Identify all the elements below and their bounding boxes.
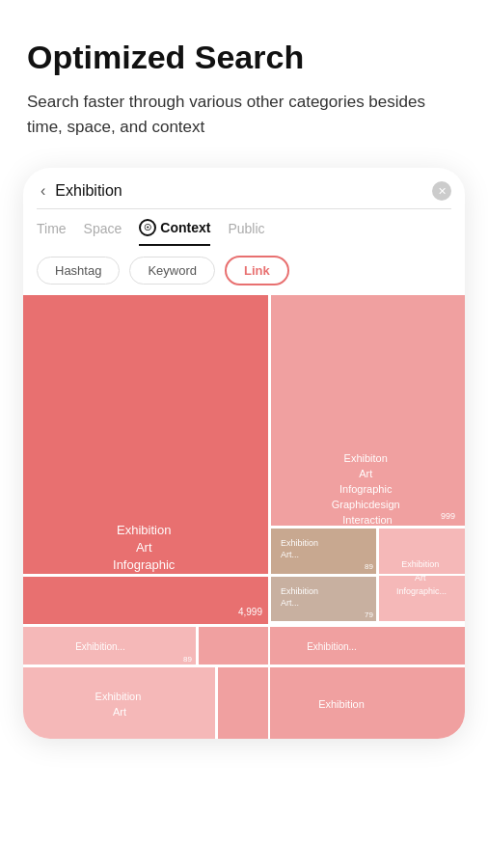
tab-time[interactable]: Time xyxy=(37,221,67,244)
back-arrow-icon[interactable]: ‹ xyxy=(37,182,49,200)
svg-rect-5 xyxy=(23,577,269,625)
page-header: Optimized Search Search faster through v… xyxy=(0,0,488,158)
treemap-area: Exhibition Art Infographic Graphicdesign… xyxy=(23,295,465,739)
phone-mockup-wrapper: ‹ Exhibition ✕ Time Space ☉ Context Publ… xyxy=(0,168,488,739)
tab-space-label: Space xyxy=(84,221,122,236)
cell-text-mid2b: Art... xyxy=(281,598,299,608)
tab-space[interactable]: Space xyxy=(84,221,122,244)
filter-pills: Hashtag Keyword Link xyxy=(23,246,465,295)
clear-button[interactable]: ✕ xyxy=(432,181,451,201)
search-bar-area: ‹ Exhibition ✕ xyxy=(23,168,465,209)
count-mid2: 79 xyxy=(365,610,373,619)
pill-hashtag[interactable]: Hashtag xyxy=(37,257,120,285)
cell-text-bottom-bar-right: Exhibition... xyxy=(307,641,357,652)
context-icon: ☉ xyxy=(139,219,156,236)
treemap-svg: Exhibition Art Infographic Graphicdesign… xyxy=(23,295,465,739)
tab-context-label: Context xyxy=(160,220,210,235)
svg-rect-8 xyxy=(23,667,216,739)
search-row: ‹ Exhibition ✕ xyxy=(37,181,451,209)
search-input[interactable]: Exhibition xyxy=(55,182,426,200)
count-mid1: 89 xyxy=(365,562,373,571)
cell-text-mid1b: Art... xyxy=(281,550,299,559)
tab-time-label: Time xyxy=(37,221,67,236)
tab-row: Time Space ☉ Context Public xyxy=(23,209,465,246)
cell-text-mid2: Exhibition xyxy=(281,586,318,596)
tab-public[interactable]: Public xyxy=(228,221,264,244)
phone-mockup: ‹ Exhibition ✕ Time Space ☉ Context Publ… xyxy=(23,168,465,739)
page-subtitle: Search faster through various other cate… xyxy=(27,90,461,139)
cell-text-last-right: Exhibition xyxy=(318,698,365,710)
count-bottom-bar-left: 89 xyxy=(183,655,192,664)
cell-text-bottom-bar-left: Exhibition... xyxy=(75,641,125,652)
tab-public-label: Public xyxy=(228,221,264,236)
count-top-right: 999 xyxy=(441,511,455,521)
tab-context[interactable]: ☉ Context xyxy=(139,219,210,246)
cell-text-mid1: Exhibition xyxy=(281,538,318,548)
count-bottom-left: 4,999 xyxy=(238,607,262,617)
pill-keyword[interactable]: Keyword xyxy=(129,257,215,285)
pill-link[interactable]: Link xyxy=(225,256,289,285)
page-title: Optimized Search xyxy=(27,39,461,76)
